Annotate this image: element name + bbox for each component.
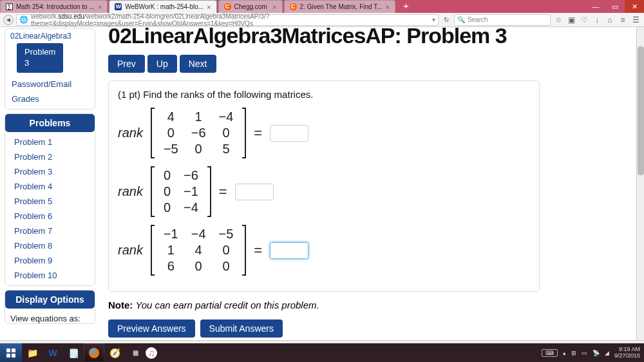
taskbar-word-icon[interactable]: W [43,343,63,362]
taskbar-app-icon[interactable]: ▦ [125,343,146,362]
sidebar-problem-1[interactable]: Problem 1 [8,135,92,149]
taskbar: 📁 W 🗒️ 🧭 ▦ ♫ ⌨ ▴ ⊞ ▭ 📡 ◢ 9:19 AM 9/27/20… [0,343,644,362]
prev-button[interactable]: Prev [108,55,145,73]
site-icon: ∑ [6,3,13,10]
rank-label: rank [118,243,143,258]
home-icon[interactable]: ⌂ [605,15,615,25]
up-button[interactable]: Up [147,55,177,73]
shield-icon[interactable]: ♡ [579,15,589,25]
rank-label: rank [118,184,143,199]
sidebar-problem-9[interactable]: Problem 9 [8,253,92,268]
main-content: 02LinearAlgebra3MatricesAP: Problem 3 Pr… [97,27,641,348]
close-icon[interactable]: × [207,3,211,11]
bookmark-icon[interactable]: ☆ [553,15,564,25]
sidebar-problem-6[interactable]: Problem 6 [8,209,92,224]
sidebar-link-password[interactable]: Password/Email [8,77,92,91]
tray-chevron-icon[interactable]: ▴ [563,350,566,356]
close-icon[interactable]: × [386,3,390,11]
tab-math254[interactable]: ∑ Math 254: Introduction to ... × [0,0,108,13]
taskbar-notes-icon[interactable]: 🗒️ [63,343,84,362]
tab-title: 2. Given The Matrix, Find T... [300,3,383,10]
matrix-row-2: rank0−60−10−4= [118,166,530,217]
sidebar-problem-8[interactable]: Problem 8 [8,238,92,253]
close-icon[interactable]: × [98,3,102,11]
viewport: 02LinearAlgebra3 Problem 3 Password/Emai… [0,27,644,348]
next-button[interactable]: Next [180,55,216,73]
tab-chegg[interactable]: C Chegg.com × [218,0,283,13]
page-title: 02LinearAlgebra3MatricesAP: Problem 3 [108,27,634,48]
tab-chegg-problem[interactable]: C 2. Given The Matrix, Find T... × [284,0,395,13]
matrix-row-3: rank−1−4−5140600= [118,225,530,276]
taskbar-firefox-icon[interactable] [84,343,104,362]
sidebar-link-grades[interactable]: Grades [8,91,92,106]
search-icon: 🔍 [457,16,465,23]
equals-sign: = [219,184,227,200]
submit-answers-button[interactable]: Submit Answers [200,319,283,338]
back-button[interactable]: ◄ [3,15,14,25]
equals-sign: = [254,242,262,259]
taskbar-safari-icon[interactable]: 🧭 [104,343,125,362]
clock[interactable]: 9:19 AM 9/27/2015 [614,347,640,359]
tray-volume-icon[interactable]: ◢ [605,350,609,356]
maximize-button[interactable]: ▭ [605,0,625,13]
rank-answer-input-2[interactable] [235,184,274,200]
tray-win-icon[interactable]: ⊞ [571,350,576,356]
sidebar-problem-3[interactable]: Problem 3 [8,164,92,179]
display-options-text: View equations as: [8,311,92,323]
equals-sign: = [254,125,262,142]
url-input[interactable]: 🌐 webwork.sdsu.edu/webwork2/math-254-blo… [16,14,439,26]
pocket-icon[interactable]: ▣ [566,15,576,25]
tray-network-icon[interactable]: 📡 [592,350,600,356]
menu-icon[interactable]: ☰ [630,15,641,25]
display-options-header: Display Options [5,291,95,309]
site-icon: W [115,3,122,10]
dropdown-icon[interactable]: ▾ [432,16,435,23]
close-window-button[interactable]: ✕ [625,0,644,13]
problem-panel: (1 pt) Find the ranks of the following m… [108,81,540,292]
rank-answer-input-1[interactable] [270,125,308,142]
taskbar-itunes-icon[interactable]: ♫ [146,347,157,359]
problems-header: Problems [5,114,95,132]
minimize-button[interactable]: — [586,0,605,13]
rank-label: rank [118,126,143,140]
taskbar-explorer-icon[interactable]: 📁 [22,343,43,362]
site-icon: C [290,3,297,10]
tab-webwork[interactable]: W WeBWorK : math-254-blo... × [109,0,216,13]
sidebar-problem-4[interactable]: Problem 4 [8,179,92,194]
browser-tab-bar: ∑ Math 254: Introduction to ... × W WeBW… [0,0,644,13]
site-icon: C [224,3,231,10]
matrix-row-1: rank41−40−60−505= [118,108,530,158]
sidebar-problem-7[interactable]: Problem 7 [8,224,92,238]
new-tab-button[interactable]: + [397,0,415,13]
preview-answers-button[interactable]: Preview Answers [108,319,195,338]
start-button[interactable] [0,343,22,362]
note: Note: You can earn partial credit on thi… [108,300,634,310]
sidebar-problem-5[interactable]: Problem 5 [8,194,92,209]
globe-icon: 🌐 [19,15,28,24]
keyboard-icon[interactable]: ⌨ [542,349,558,357]
sidebar: 02LinearAlgebra3 Problem 3 Password/Emai… [3,27,97,348]
current-problem-badge: Problem 3 [17,43,63,73]
search-input[interactable]: 🔍 Search [454,14,551,26]
tab-title: WeBWorK : math-254-blo... [125,3,204,10]
tray-battery-icon[interactable]: ▭ [582,350,587,356]
list-icon[interactable]: ≡ [618,15,628,25]
window-controls: — ▭ ✕ [586,0,644,13]
tab-title: Chegg.com [234,3,270,10]
tab-title: Math 254: Introduction to ... [16,3,95,10]
reload-button[interactable]: ↻ [441,15,451,25]
rank-answer-input-3[interactable] [270,242,308,259]
problem-prompt: (1 pt) Find the ranks of the following m… [118,89,530,100]
sidebar-problem-2[interactable]: Problem 2 [8,149,92,164]
download-icon[interactable]: ↓ [592,15,602,25]
sidebar-problem-10[interactable]: Problem 10 [8,268,92,283]
breadcrumb[interactable]: 02LinearAlgebra3 [8,32,74,43]
vertical-scrollbar[interactable] [636,27,644,348]
close-icon[interactable]: × [272,3,276,11]
address-bar: ◄ 🌐 webwork.sdsu.edu/webwork2/math-254-b… [0,13,644,27]
